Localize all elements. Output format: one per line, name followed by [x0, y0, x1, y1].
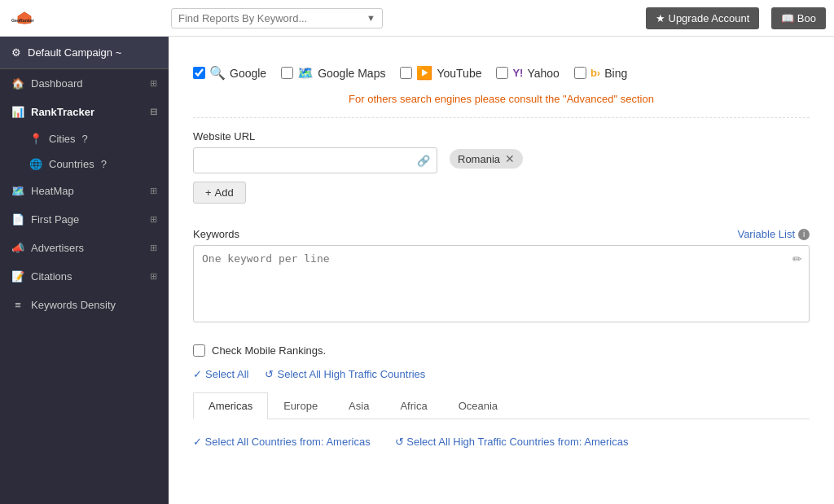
- firstpage-expand-icon: ⊞: [150, 214, 157, 225]
- add-button[interactable]: + Add: [193, 182, 246, 204]
- advertisers-expand-icon: ⊞: [150, 243, 157, 253]
- engine-yahoo: Y! Yahoo: [496, 67, 559, 80]
- country-select-links: ✓ Select All Countries from: Americas ↺ …: [193, 432, 810, 452]
- yahoo-checkbox[interactable]: [496, 67, 508, 79]
- citations-expand-icon: ⊞: [150, 271, 157, 282]
- googlemaps-label: Google Maps: [318, 67, 385, 80]
- mobile-check-label: Check Mobile Rankings.: [212, 344, 326, 357]
- sidebar-item-dashboard[interactable]: 🏠 Dashboard ⊞: [0, 69, 169, 98]
- select-all-label: Select All: [205, 368, 248, 380]
- engine-googlemaps: 🗺️ Google Maps: [281, 65, 385, 81]
- search-bar-wrapper[interactable]: ▼: [171, 8, 383, 28]
- mobile-rankings-checkbox[interactable]: [193, 344, 205, 357]
- sidebar-item-heatmap[interactable]: 🗺️ HeatMap ⊞: [0, 177, 169, 205]
- edit-icon[interactable]: ✏: [792, 252, 802, 265]
- url-input[interactable]: [200, 155, 417, 167]
- content-inner: 🔍 Google 🗺️ Google Maps ▶️ YouTube Y! Ya…: [169, 37, 834, 504]
- add-icon: +: [205, 186, 212, 199]
- sidebar-item-cities[interactable]: 📍 Cities ?: [0, 126, 169, 151]
- select-all-link[interactable]: ✓ Select All: [193, 368, 248, 380]
- keywords-section: Keywords Variable List i ✏: [193, 216, 810, 335]
- citations-label: Citations: [31, 270, 72, 283]
- svg-text:GeoRanker: GeoRanker: [11, 18, 34, 23]
- campaign-label: Default Campaign ~: [28, 46, 121, 59]
- heatmap-icon: 🗺️: [11, 185, 24, 197]
- search-dropdown-arrow: ▼: [367, 13, 375, 23]
- logo-area: GeoRanker: [8, 2, 163, 34]
- variable-list-link[interactable]: Variable List i: [737, 228, 810, 240]
- bing-checkbox[interactable]: [574, 67, 586, 79]
- url-input-wrapper[interactable]: 🔗: [193, 147, 437, 173]
- select-links-row: ✓ Select All ↺ Select All High Traffic C…: [193, 366, 810, 392]
- select-high-traffic-countries-link[interactable]: ↺ Select All High Traffic Countries from…: [395, 436, 629, 448]
- url-label: Website URL: [193, 130, 810, 142]
- top-bar-right: ★ Upgrade Account 📖 Boo: [646, 7, 826, 29]
- romania-tag: Romania ✕: [450, 149, 523, 169]
- sidebar-item-citations[interactable]: 📝 Citations ⊞: [0, 262, 169, 291]
- engine-youtube: ▶️ YouTube: [400, 65, 481, 81]
- cities-icon: 📍: [29, 133, 42, 145]
- main-layout: ⚙ Default Campaign ~ 🏠 Dashboard ⊞ 📊 Ran…: [0, 37, 834, 504]
- firstpage-icon: 📄: [11, 213, 24, 226]
- engine-google: 🔍 Google: [193, 65, 266, 81]
- tag-label: Romania: [458, 153, 500, 165]
- yahoo-label: Yahoo: [527, 67, 559, 80]
- keyword-search-input[interactable]: [178, 12, 363, 24]
- ranktracker-expand-icon: ⊟: [150, 107, 157, 117]
- country-tabs: Americas Europe Asia Africa Oceania: [193, 392, 810, 419]
- ranktracker-icon: 📊: [11, 106, 24, 118]
- tab-americas[interactable]: Americas: [193, 392, 268, 419]
- keywords-density-label: Keywords Density: [31, 299, 116, 311]
- youtube-icon: ▶️: [416, 65, 432, 81]
- tab-europe[interactable]: Europe: [268, 392, 333, 419]
- googlemaps-checkbox[interactable]: [281, 67, 293, 79]
- sidebar-item-ranktracker[interactable]: 📊 RankTracker ⊟: [0, 98, 169, 126]
- countries-help-icon[interactable]: ?: [101, 158, 107, 170]
- advanced-note: For others search engines please consult…: [193, 89, 810, 118]
- sidebar-item-firstpage[interactable]: 📄 First Page ⊞: [0, 205, 169, 234]
- select-all-countries-label: ✓ Select All Countries from: Americas: [193, 436, 371, 448]
- youtube-label: YouTube: [437, 67, 481, 80]
- sidebar: ⚙ Default Campaign ~ 🏠 Dashboard ⊞ 📊 Ran…: [0, 37, 169, 504]
- main-content: 🔍 Google 🗺️ Google Maps ▶️ YouTube Y! Ya…: [169, 37, 834, 504]
- tab-asia[interactable]: Asia: [333, 392, 384, 419]
- keywords-density-icon: ≡: [11, 299, 24, 311]
- georanker-logo: GeoRanker: [8, 2, 41, 34]
- google-icon: 🔍: [209, 65, 226, 81]
- tag-remove-button[interactable]: ✕: [505, 152, 515, 165]
- select-high-traffic-label: Select All High Traffic Countries: [277, 368, 425, 380]
- keywords-textarea[interactable]: [194, 246, 809, 319]
- cities-help-icon[interactable]: ?: [82, 133, 88, 145]
- book-button[interactable]: 📖 Boo: [771, 7, 826, 29]
- upgrade-account-button[interactable]: ★ Upgrade Account: [646, 7, 759, 29]
- sidebar-item-countries[interactable]: 🌐 Countries ?: [0, 151, 169, 177]
- tab-oceania[interactable]: Oceania: [443, 392, 513, 419]
- select-high-traffic-link[interactable]: ↺ Select All High Traffic Countries: [265, 368, 425, 380]
- dashboard-expand-icon: ⊞: [150, 78, 157, 89]
- citations-icon: 📝: [11, 270, 24, 283]
- googlemaps-icon: 🗺️: [297, 65, 314, 81]
- refresh-icon: ↺: [265, 368, 274, 380]
- check-icon: ✓: [193, 368, 202, 380]
- tab-africa[interactable]: Africa: [384, 392, 442, 419]
- website-url-section: Website URL 🔗 Romania ✕ + Add: [193, 118, 810, 216]
- variable-list-info-icon: i: [798, 229, 810, 240]
- sidebar-item-advertisers[interactable]: 📣 Advertisers ⊞: [0, 234, 169, 262]
- campaign-selector[interactable]: ⚙ Default Campaign ~: [0, 37, 169, 69]
- select-all-countries-link[interactable]: ✓ Select All Countries from: Americas: [193, 436, 371, 448]
- google-checkbox[interactable]: [193, 67, 205, 79]
- select-high-traffic-countries-label: ↺ Select All High Traffic Countries from…: [395, 436, 629, 448]
- youtube-checkbox[interactable]: [400, 67, 412, 79]
- sidebar-item-keywords-density[interactable]: ≡ Keywords Density: [0, 291, 169, 319]
- ranktracker-label: RankTracker: [31, 106, 94, 118]
- cities-label: Cities: [49, 133, 76, 145]
- countries-label: Countries: [49, 158, 94, 170]
- add-label: Add: [215, 186, 234, 199]
- bing-label: Bing: [604, 67, 627, 80]
- keywords-textarea-wrapper: ✏: [193, 245, 810, 322]
- variable-list-label: Variable List: [737, 228, 795, 240]
- countries-icon: 🌐: [29, 158, 42, 170]
- dashboard-label: Dashboard: [31, 77, 83, 90]
- google-label: Google: [230, 67, 266, 80]
- dashboard-icon: 🏠: [11, 77, 24, 90]
